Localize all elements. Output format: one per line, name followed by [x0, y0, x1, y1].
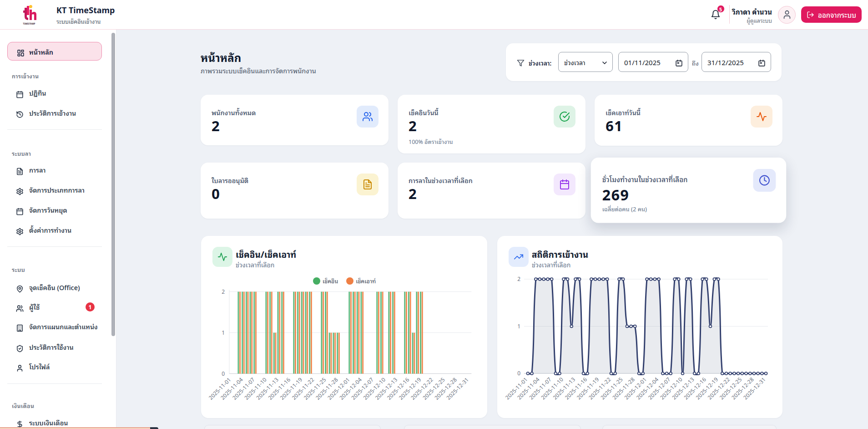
svg-text:2: 2: [517, 274, 520, 283]
svg-text:0: 0: [222, 369, 225, 378]
svg-text:0: 0: [517, 368, 520, 377]
svg-text:1: 1: [517, 322, 520, 330]
svg-text:TIMESTAMP: TIMESTAMP: [23, 22, 35, 26]
svg-text:1: 1: [222, 328, 225, 337]
svg-text:2: 2: [222, 287, 225, 296]
